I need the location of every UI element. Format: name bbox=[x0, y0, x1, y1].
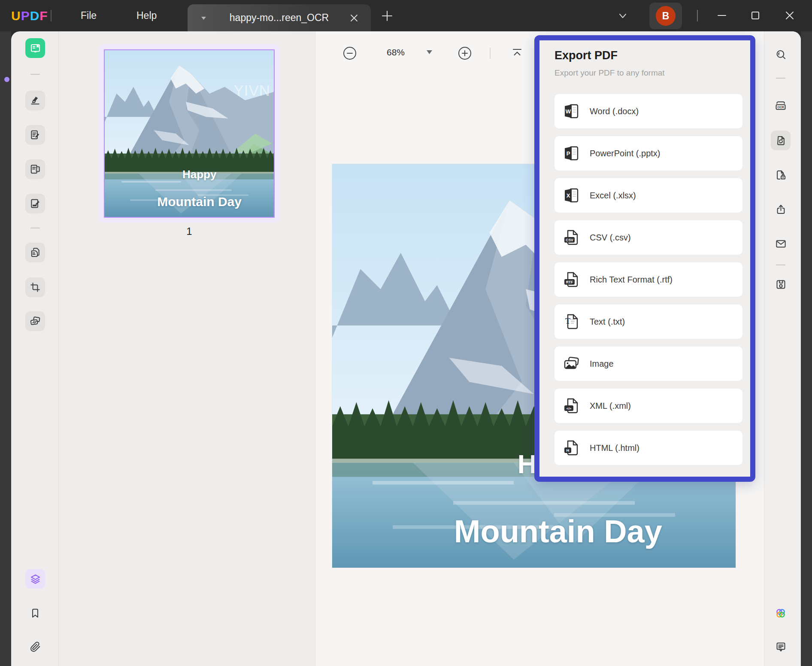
new-tab-button[interactable] bbox=[378, 7, 397, 24]
export-item-label: Word (.docx) bbox=[590, 106, 639, 116]
export-item-word[interactable]: W Word (.docx) bbox=[554, 94, 742, 128]
document-tab[interactable]: happy-mo...reen_OCR bbox=[188, 4, 371, 31]
titlebar-divider bbox=[697, 10, 698, 21]
svg-text:P: P bbox=[567, 150, 570, 157]
export-item-rtf[interactable]: RTF Rich Text Format (.rtf) bbox=[554, 262, 742, 297]
export-panel-subtitle: Export your PDF to any format bbox=[554, 68, 742, 78]
rail-divider-line bbox=[30, 228, 40, 228]
export-item-label: Text (.txt) bbox=[590, 317, 625, 327]
slideshow-tool-button[interactable] bbox=[25, 311, 45, 331]
crop-tool-button[interactable] bbox=[25, 277, 45, 297]
account-button[interactable]: B bbox=[649, 3, 682, 29]
word-file-icon: W bbox=[563, 103, 580, 120]
page-caption-line1: Happy bbox=[127, 168, 272, 181]
svg-text:RTF: RTF bbox=[566, 280, 573, 284]
tab-title: happy-mo...reen_OCR bbox=[188, 12, 371, 24]
save-button[interactable] bbox=[771, 274, 791, 294]
zoom-out-button[interactable] bbox=[343, 46, 357, 60]
zoom-dropdown-caret-icon[interactable] bbox=[427, 50, 432, 54]
thumbnail-page-number: 1 bbox=[104, 225, 275, 237]
protect-pdf-button[interactable] bbox=[771, 165, 791, 185]
app-window: UPDF File Help happy-mo...reen_OCR B bbox=[0, 0, 812, 666]
svg-text:</>: </> bbox=[567, 407, 572, 411]
zoom-in-button[interactable] bbox=[458, 46, 472, 60]
svg-text:W: W bbox=[566, 108, 571, 115]
titlebar: UPDF File Help happy-mo...reen_OCR B bbox=[0, 0, 812, 31]
panel-divider bbox=[315, 31, 315, 666]
logo-letter: D bbox=[30, 9, 40, 23]
export-format-list: W Word (.docx) P PowerPoint (.pptx) X Ex… bbox=[554, 94, 742, 465]
page-thumbnail[interactable]: YIVN Happy Mountain Day bbox=[104, 49, 275, 218]
share-button[interactable] bbox=[771, 199, 791, 219]
export-item-powerpoint[interactable]: P PowerPoint (.pptx) bbox=[554, 136, 742, 170]
pages-tool-button[interactable] bbox=[25, 243, 45, 262]
reader-mode-button[interactable] bbox=[25, 38, 45, 58]
export-item-excel[interactable]: X Excel (.xlsx) bbox=[554, 178, 742, 213]
page-caption-line2: Mountain Day bbox=[127, 195, 272, 209]
xml-file-icon: </> bbox=[563, 397, 580, 414]
export-panel-title: Export PDF bbox=[554, 49, 742, 62]
highlighter-tool-button[interactable] bbox=[25, 91, 45, 110]
ocr-button[interactable]: OCR bbox=[771, 96, 791, 116]
export-item-label: CSV (.csv) bbox=[590, 233, 631, 243]
search-button[interactable] bbox=[771, 45, 791, 64]
left-window-edge bbox=[0, 31, 11, 666]
feedback-button[interactable] bbox=[771, 637, 791, 657]
watermark-text: YIVN bbox=[233, 82, 270, 99]
close-window-button[interactable] bbox=[780, 7, 799, 24]
page-caption-line2: Mountain Day bbox=[385, 513, 731, 550]
zoom-level-display[interactable]: 68% bbox=[379, 47, 412, 58]
rail-divider-line bbox=[776, 78, 785, 79]
export-item-text[interactable]: T Text (.txt) bbox=[554, 304, 742, 339]
csv-file-icon: CSV bbox=[563, 229, 580, 246]
excel-file-icon: X bbox=[563, 187, 580, 204]
minimize-button[interactable] bbox=[712, 7, 731, 24]
attachment-panel-button[interactable] bbox=[25, 637, 45, 657]
account-chevron-down-icon[interactable] bbox=[617, 10, 628, 21]
svg-text:CSV: CSV bbox=[566, 238, 573, 242]
edit-pdf-button[interactable] bbox=[25, 194, 45, 213]
export-item-label: HTML (.html) bbox=[590, 443, 639, 453]
content-area: YIVN Happy Mountain Day 1 68% bbox=[11, 31, 801, 666]
svg-text:T: T bbox=[565, 317, 570, 325]
avatar: B bbox=[656, 6, 676, 26]
logo-letter: F bbox=[39, 9, 48, 23]
right-rail-divider bbox=[764, 31, 764, 666]
active-tool-indicator-dot bbox=[4, 77, 9, 82]
image-file-icon bbox=[563, 355, 580, 372]
powerpoint-file-icon: P bbox=[563, 145, 580, 162]
export-item-csv[interactable]: CSV CSV (.csv) bbox=[554, 220, 742, 255]
rail-divider bbox=[58, 31, 59, 666]
export-item-label: Excel (.xlsx) bbox=[590, 191, 636, 201]
layers-panel-button[interactable] bbox=[25, 569, 45, 589]
scroll-to-top-button[interactable] bbox=[511, 47, 524, 60]
export-item-image[interactable]: Image bbox=[554, 347, 742, 381]
email-button[interactable] bbox=[771, 234, 791, 253]
titlebar-divider bbox=[51, 10, 52, 21]
svg-text:X: X bbox=[567, 192, 570, 199]
logo-letter: U bbox=[11, 9, 21, 23]
export-item-html[interactable]: H HTML (.html) bbox=[554, 431, 742, 465]
comment-tool-button[interactable] bbox=[25, 125, 45, 145]
menu-help[interactable]: Help bbox=[132, 0, 161, 31]
menu-file[interactable]: File bbox=[76, 0, 101, 31]
maximize-button[interactable] bbox=[746, 7, 765, 24]
export-pdf-panel: Export PDF Export your PDF to any format… bbox=[534, 35, 755, 482]
export-item-xml[interactable]: </> XML (.xml) bbox=[554, 389, 742, 423]
export-item-label: Rich Text Format (.rtf) bbox=[590, 275, 673, 285]
tab-close-icon[interactable] bbox=[348, 12, 360, 24]
svg-text:OCR: OCR bbox=[777, 106, 784, 109]
rail-divider-line bbox=[776, 265, 785, 265]
updf-logo: UPDF bbox=[11, 0, 48, 31]
export-item-label: Image bbox=[590, 359, 614, 369]
updf-ai-button[interactable] bbox=[771, 603, 791, 623]
right-toolbar-area bbox=[764, 31, 801, 666]
svg-text:H: H bbox=[567, 448, 570, 453]
right-window-edge bbox=[801, 31, 812, 666]
organize-pages-button[interactable] bbox=[25, 159, 45, 179]
html-file-icon: H bbox=[563, 439, 580, 456]
export-convert-button[interactable] bbox=[771, 131, 791, 150]
rail-divider-line bbox=[30, 74, 40, 75]
text-file-icon: T bbox=[563, 313, 580, 330]
bookmark-panel-button[interactable] bbox=[25, 603, 45, 623]
